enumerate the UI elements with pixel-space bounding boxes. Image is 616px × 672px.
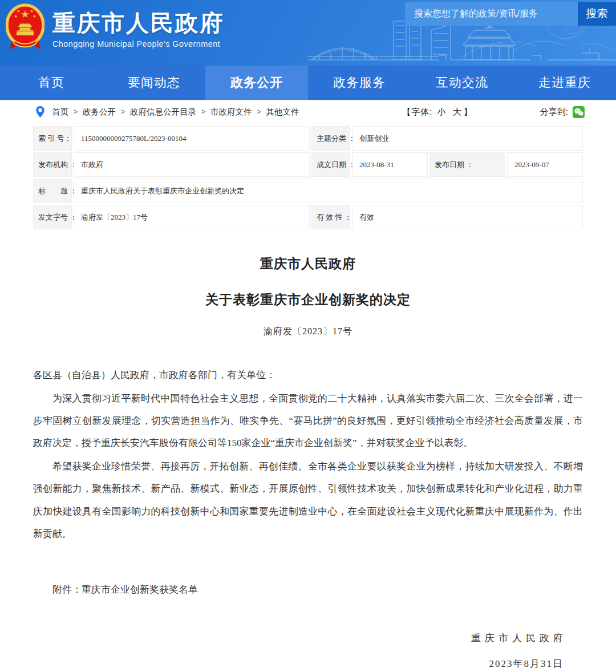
search-bar: 搜索 xyxy=(405,2,616,26)
index-number-label: 索 引 号： xyxy=(33,126,72,151)
breadcrumb-item-other-docs[interactable]: 其他文件 xyxy=(266,107,299,118)
site-title-english: Chongqing Municipal People's Government xyxy=(52,39,224,48)
attachment-line: 附件：重庆市企业创新奖获奖名单 xyxy=(33,580,583,600)
doc-number-label: 发文字号 ： xyxy=(33,205,72,229)
document-body: 各区县（自治县）人民政府，市政府各部门，有关单位： 为深入贯彻习近平新时代中国特… xyxy=(33,364,583,545)
site-title: 重庆市人民政府 xyxy=(52,10,224,35)
font-size-control: 【字体: 小 大】 xyxy=(402,107,473,118)
main-nav: 首页 要闻动态 政务公开 政务服务 互动交流 走进重庆 xyxy=(0,66,616,100)
issuing-agency-value: 市政府 xyxy=(74,152,310,177)
breadcrumb: 首页 > 政务公开 > 政府信息公开目录 > 市政府文件 > 其他文件 【字体:… xyxy=(0,100,616,123)
breadcrumb-separator: > xyxy=(257,108,261,116)
written-date-value: 2023-08-31 xyxy=(352,152,428,177)
body-paragraph: 希望获奖企业珍惜荣誉、再接再厉，开拓创新、再创佳绩。全市各类企业要以获奖企业为榜… xyxy=(33,455,583,544)
nav-item-gov-info[interactable]: 政务公开 xyxy=(205,66,308,100)
breadcrumb-separator: > xyxy=(121,108,125,116)
publish-date-label: 发布日期 ： xyxy=(429,152,505,177)
doc-number-value: 渝府发〔2023〕17号 xyxy=(74,205,310,229)
index-number-value: 11500000009275780L/2023-00104 xyxy=(74,126,310,151)
meta-row-agency-dates: 发布机构 ： 市政府 成文日期 ： 2023-08-31 发布日期 ： 2023… xyxy=(33,152,583,177)
meta-row-title: 标 题 ： 重庆市人民政府关于表彰重庆市企业创新奖的决定 xyxy=(33,179,583,203)
breadcrumb-item-gov-info-catalog[interactable]: 政府信息公开目录 xyxy=(130,107,196,118)
doc-title-value: 重庆市人民政府关于表彰重庆市企业创新奖的决定 xyxy=(74,179,583,203)
search-button[interactable]: 搜索 xyxy=(578,2,616,26)
publish-date-value: 2023-09-07 xyxy=(507,152,583,177)
nav-item-about-chongqing[interactable]: 走进重庆 xyxy=(513,66,616,100)
validity-value: 有效 xyxy=(352,205,583,229)
nav-item-interaction[interactable]: 互动交流 xyxy=(411,66,513,100)
breadcrumb-item-home[interactable]: 首页 xyxy=(52,107,68,118)
meta-row-docno-validity: 发文字号 ： 渝府发〔2023〕17号 有 效 性 ： 有效 xyxy=(33,205,583,229)
breadcrumb-separator: > xyxy=(74,108,78,116)
national-emblem-icon: ★ ★ ★ ★ ★ xyxy=(6,2,44,54)
nav-item-gov-services[interactable]: 政务服务 xyxy=(308,66,411,100)
document-title-line1: 重庆市人民政府 xyxy=(33,255,583,273)
nav-item-home[interactable]: 首页 xyxy=(0,66,103,100)
svg-text:★: ★ xyxy=(33,14,37,19)
breadcrumb-item-gov-info[interactable]: 政务公开 xyxy=(83,107,116,118)
font-size-small-button[interactable]: 小 xyxy=(437,107,447,116)
topic-category-label: 主题分类 ： xyxy=(311,126,350,151)
meta-row-index-category: 索 引 号： 11500000009275780L/2023-00104 主题分… xyxy=(33,126,583,151)
written-date-label: 成文日期 ： xyxy=(311,152,350,177)
breadcrumb-tools: 【字体: 小 大】 分享到: xyxy=(402,106,585,118)
search-input[interactable] xyxy=(405,2,578,26)
document-content: 重庆市人民政府 关于表彰重庆市企业创新奖的决定 渝府发〔2023〕17号 各区县… xyxy=(0,255,616,670)
site-logo-home-link[interactable]: ★ ★ ★ ★ ★ 重庆市人民政府 Chongqing Municipal Pe… xyxy=(6,2,224,54)
svg-text:★: ★ xyxy=(21,9,30,20)
breadcrumb-separator: > xyxy=(201,108,205,116)
document-number: 渝府发〔2023〕17号 xyxy=(33,326,583,338)
salutation: 各区县（自治县）人民政府，市政府各部门，有关单位： xyxy=(33,364,583,386)
site-title-block: 重庆市人民政府 Chongqing Municipal People's Gov… xyxy=(52,10,224,48)
site-header: ★ ★ ★ ★ ★ 重庆市人民政府 Chongqing Municipal Pe… xyxy=(0,0,616,66)
share-block: 分享到: xyxy=(540,106,585,118)
svg-text:★: ★ xyxy=(17,9,21,14)
breadcrumb-item-city-gov-docs[interactable]: 市政府文件 xyxy=(210,107,252,118)
share-label: 分享到: xyxy=(540,107,568,118)
location-pin-icon xyxy=(35,106,45,118)
doc-title-label: 标 题 ： xyxy=(33,179,72,203)
document-meta-table: 索 引 号： 11500000009275780L/2023-00104 主题分… xyxy=(31,124,585,231)
svg-text:★: ★ xyxy=(14,14,18,19)
topic-category-value: 创新创业 xyxy=(352,126,583,151)
document-title-line2: 关于表彰重庆市企业创新奖的决定 xyxy=(33,291,583,309)
font-size-label-close: 】 xyxy=(464,107,473,116)
font-size-large-button[interactable]: 大 xyxy=(453,107,462,116)
issuing-agency-label: 发布机构 ： xyxy=(33,152,72,177)
font-size-label-open: 【字体: xyxy=(402,107,432,116)
body-paragraph: 为深入贯彻习近平新时代中国特色社会主义思想，全面贯彻党的二十大精神，认真落实市委… xyxy=(33,387,583,454)
wechat-share-icon[interactable] xyxy=(573,106,585,118)
signature-date: 2023年8月31日 xyxy=(33,657,583,670)
svg-text:★: ★ xyxy=(30,9,34,14)
validity-label: 有 效 性 ： xyxy=(311,205,350,229)
nav-item-news[interactable]: 要闻动态 xyxy=(103,66,205,100)
signature-agency: 重庆市人民政府 xyxy=(33,631,583,645)
